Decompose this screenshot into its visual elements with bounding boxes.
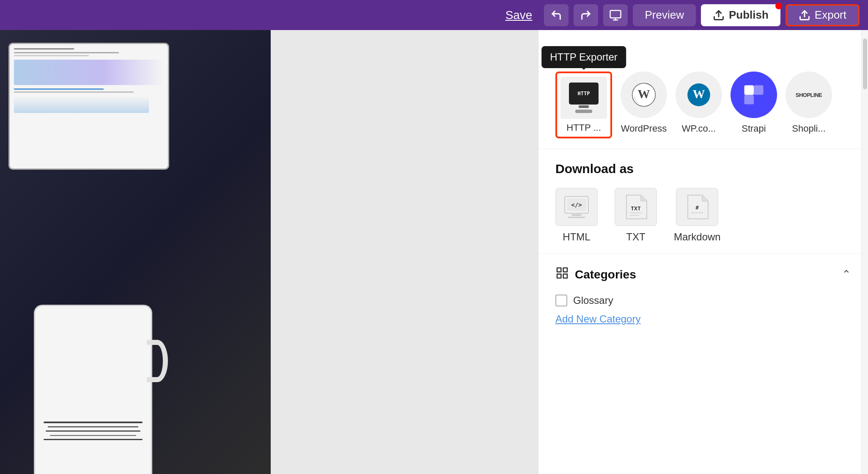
svg-rect-17: [568, 217, 585, 218]
markdown-icon: #: [676, 188, 718, 226]
publish-notification-dot: [775, 3, 782, 9]
svg-rect-12: [744, 95, 754, 105]
http-exporter-tooltip: HTTP Exporter: [541, 46, 626, 68]
txt-download-item[interactable]: TXT TXT: [615, 188, 657, 243]
html-download-item[interactable]: </> HTML: [555, 188, 598, 243]
panel-scrollbar[interactable]: [861, 30, 868, 474]
export-button[interactable]: Export: [786, 4, 860, 26]
http-exporter-item[interactable]: HTTP Exporter HTTP HTTP ...: [555, 72, 612, 138]
svg-text:</>: </>: [571, 201, 582, 208]
responsive-button[interactable]: [603, 4, 628, 26]
strapi-item[interactable]: Strapi: [731, 72, 777, 134]
html-icon: </>: [555, 188, 598, 226]
shopline-icon: SHOPLINE: [786, 72, 832, 118]
wp-com-item[interactable]: W WP.co...: [676, 72, 722, 134]
txt-icon: TXT: [615, 188, 657, 226]
toolbar: Save Preview Publish: [0, 0, 868, 30]
category-item-glossary: Glossary: [555, 295, 851, 306]
categories-title: Categories: [575, 268, 636, 281]
preview-button[interactable]: Preview: [633, 4, 695, 26]
svg-text:#: #: [696, 205, 699, 211]
export-label: Export: [815, 8, 846, 22]
main-content: Export to HTTP Exporter HTTP: [0, 30, 868, 474]
markdown-label: Markdown: [674, 231, 721, 243]
svg-rect-0: [610, 10, 621, 18]
publish-button[interactable]: Publish: [701, 4, 780, 26]
strapi-icon: [731, 72, 777, 118]
publish-label: Publish: [729, 8, 769, 22]
laptop-screen: [10, 44, 168, 168]
http-icon-container: HTTP: [560, 77, 607, 119]
download-icons-grid: </> HTML TXT: [555, 188, 851, 243]
http-monitor-icon: HTTP: [569, 83, 599, 105]
save-button[interactable]: Save: [505, 8, 533, 22]
export-to-section: Export to HTTP Exporter HTTP: [538, 30, 868, 149]
categories-content: Glossary Add New Category: [555, 295, 851, 325]
svg-rect-26: [557, 274, 561, 278]
export-icons-grid: HTTP Exporter HTTP HTTP ...: [555, 72, 851, 138]
wp-com-label: WP.co...: [682, 123, 716, 134]
redo-button[interactable]: [574, 4, 598, 26]
laptop-mockup: [8, 43, 169, 170]
strapi-label: Strapi: [742, 123, 766, 134]
download-as-section: Download as </> HTML: [538, 149, 868, 254]
wordpress-icon: W: [621, 72, 667, 118]
http-exporter-box: HTTP HTTP ...: [555, 72, 612, 138]
add-new-category-button[interactable]: Add New Category: [555, 313, 640, 325]
glossary-label: Glossary: [573, 295, 613, 306]
preview-label: Preview: [645, 8, 684, 22]
shopline-label: Shopli...: [792, 123, 826, 134]
shopline-item[interactable]: SHOPLINE Shopli...: [786, 72, 832, 134]
categories-chevron-up-icon: ⌃: [842, 268, 851, 281]
svg-rect-10: [744, 85, 754, 95]
markdown-download-item[interactable]: # Markdown: [674, 188, 721, 243]
svg-rect-16: [571, 214, 582, 216]
svg-rect-25: [563, 274, 567, 278]
txt-label: TXT: [626, 231, 645, 243]
wordpress-item[interactable]: W WordPress: [621, 72, 667, 134]
categories-section: Categories ⌃ Glossary Add New Category: [538, 254, 868, 338]
wp-com-icon: W: [676, 72, 722, 118]
wordpress-label: WordPress: [621, 123, 667, 134]
svg-rect-23: [557, 268, 561, 272]
http-exporter-label: HTTP ...: [560, 122, 607, 133]
download-as-title: Download as: [555, 162, 851, 176]
mug-handle: [147, 340, 168, 382]
mug: [34, 305, 152, 474]
panel-scrollbar-thumb: [863, 39, 867, 89]
glossary-checkbox[interactable]: [555, 295, 567, 306]
canvas-area: [0, 30, 271, 474]
svg-text:W: W: [692, 87, 705, 101]
svg-text:TXT: TXT: [631, 205, 641, 212]
categories-icon: [555, 266, 569, 283]
html-label: HTML: [563, 231, 590, 243]
svg-text:W: W: [637, 87, 650, 101]
categories-header-left: Categories: [555, 266, 636, 283]
export-panel: Export to HTTP Exporter HTTP: [538, 30, 868, 474]
svg-rect-11: [754, 85, 764, 95]
svg-rect-24: [563, 268, 567, 272]
categories-header[interactable]: Categories ⌃: [555, 266, 851, 283]
undo-button[interactable]: [544, 4, 569, 26]
